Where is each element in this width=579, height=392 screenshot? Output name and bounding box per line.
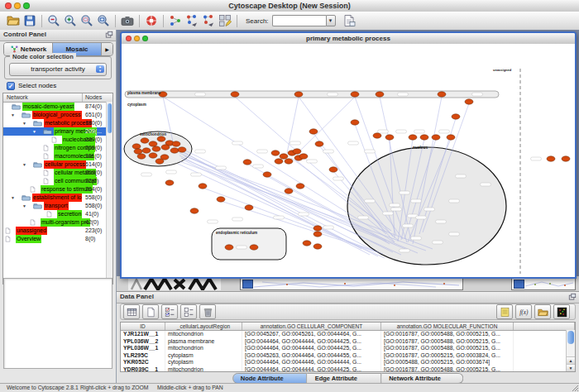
network-node[interactable] [313,226,322,231]
table-scrollbar[interactable]: ▲▼ [566,330,575,371]
tree-row[interactable]: cellular metabol209(0) [3,169,112,177]
network-node[interactable] [137,154,146,159]
network-node[interactable] [313,232,322,237]
network-node[interactable] [199,184,207,189]
table-row[interactable]: YPL036W__1mitochondrion[GO:0044464, GO:0… [121,345,575,352]
tree-row[interactable]: response to stimulu264(0) [3,185,112,194]
help-icon[interactable] [145,14,158,27]
network-node[interactable] [385,135,394,140]
network-node[interactable] [217,197,225,202]
tree-row[interactable]: ▼metabolic process280(0) [3,119,112,127]
network-node[interactable] [280,154,288,159]
table-scrollbar-thumb[interactable] [567,331,574,344]
network-node[interactable] [351,92,359,97]
network-node[interactable] [315,141,323,146]
network-node[interactable] [161,145,170,150]
search-dropdown-arrow-icon[interactable]: ▼ [326,15,336,26]
expander-icon[interactable]: ▼ [22,202,26,210]
select-attributes-button[interactable] [161,304,178,319]
network-view-window[interactable]: primary metabolic process plasma membran… [120,31,577,279]
network-node[interactable] [250,245,258,250]
network-node[interactable] [376,92,384,97]
tree-row[interactable]: ▼cellular process614(0) [3,160,112,169]
float-panel-icon[interactable] [568,293,577,301]
network-node[interactable] [275,159,283,164]
network-tree-header[interactable]: Network Nodes [3,93,112,103]
column-header[interactable]: annotation.GO MOLECULAR_FUNCTION [381,323,514,330]
tree-row[interactable]: unassigned223(0) [3,227,112,235]
tree-row[interactable]: cell communicat22(0) [3,177,112,185]
delete-attribute-button[interactable] [199,304,216,319]
network-node[interactable] [303,241,311,246]
network-node[interactable] [285,189,293,194]
column-header[interactable]: annotation.GO CELLULAR_COMPONENT [242,323,381,330]
zoom-window-icon[interactable] [23,2,30,9]
network-node[interactable] [438,92,446,97]
tab-overflow-arrow[interactable]: ▶ [102,43,112,55]
matrix-button[interactable] [553,304,570,319]
zoom-in-icon[interactable] [64,14,77,27]
open-file-icon[interactable] [7,14,20,27]
snapshot-icon[interactable] [121,14,134,27]
tree-row[interactable]: ▼biological_process651(0) [3,111,112,119]
network-node[interactable] [149,141,157,146]
column-header[interactable]: ID [121,323,165,330]
expander-icon[interactable]: ▼ [11,111,15,119]
network-node[interactable] [547,156,555,161]
network-node[interactable] [243,160,251,165]
expander-icon[interactable]: ▼ [22,119,26,127]
zoom-fit-icon[interactable] [97,14,110,27]
network-node[interactable] [132,144,141,149]
network-node[interactable] [465,99,473,104]
network-canvas[interactable]: plasma membranecytoplasmmitochondrionnuc… [122,44,575,277]
network-zoom-icon[interactable] [142,36,148,41]
network-node[interactable] [141,138,149,143]
network-node[interactable] [142,148,151,153]
background-network-window[interactable] [240,278,463,290]
unselect-attributes-button[interactable] [180,304,197,319]
network-node[interactable] [562,156,570,161]
network-node[interactable] [299,154,308,159]
table-row[interactable]: YJR121W__1mitochondrion[GO:0045267, GO:0… [121,331,575,338]
minimize-window-icon[interactable] [14,2,21,9]
annotation-edit-icon[interactable] [218,14,232,27]
network-node[interactable] [157,136,165,141]
tree-row[interactable]: nucleobase-209(0) [3,136,112,144]
save-icon[interactable] [23,14,36,27]
vizmapper-icon-b[interactable] [202,14,215,27]
tree-row[interactable]: ▼transport558(0) [3,202,112,210]
network-node[interactable] [156,159,164,164]
close-window-icon[interactable] [5,2,12,9]
tree-scrollbar[interactable] [106,102,112,284]
attribute-table-button[interactable] [123,304,140,319]
tree-row[interactable]: mosaic-demo-yeast874(0) [3,103,112,111]
vizmapper-icon-a[interactable] [185,14,199,27]
tree-row[interactable]: nitrogen compo209(0) [3,144,112,152]
network-close-icon[interactable] [126,36,132,41]
network-view-titlebar[interactable]: primary metabolic process [122,33,575,45]
network-node[interactable] [225,245,233,250]
network-node[interactable] [373,133,381,138]
formula-button[interactable]: f(x) [515,304,532,319]
network-overview-icon[interactable] [169,14,182,27]
network-node[interactable] [190,208,199,213]
resize-grip-icon[interactable] [571,384,579,392]
network-node[interactable] [447,135,455,140]
network-node[interactable] [152,146,160,151]
tree-scrollbar-thumb[interactable] [108,103,112,133]
table-row[interactable]: YLR295Ccytoplasm[GO:0045263, GO:0044464,… [121,352,575,360]
network-node[interactable] [296,184,304,189]
search-doc-icon[interactable] [342,14,356,27]
network-node[interactable] [172,141,180,146]
zoom-selected-icon[interactable] [80,14,93,27]
network-node[interactable] [329,167,337,172]
background-overview-window[interactable] [128,277,221,290]
network-node[interactable] [294,92,303,97]
search-input[interactable] [272,15,326,26]
table-row[interactable]: YPL036W__2plasma membrane[GO:0044464, GO… [121,338,575,346]
network-node[interactable] [165,180,174,185]
network-node[interactable] [309,129,318,134]
import-attributes-button[interactable] [534,304,551,319]
network-node[interactable] [420,135,428,140]
network-node[interactable] [263,172,271,177]
